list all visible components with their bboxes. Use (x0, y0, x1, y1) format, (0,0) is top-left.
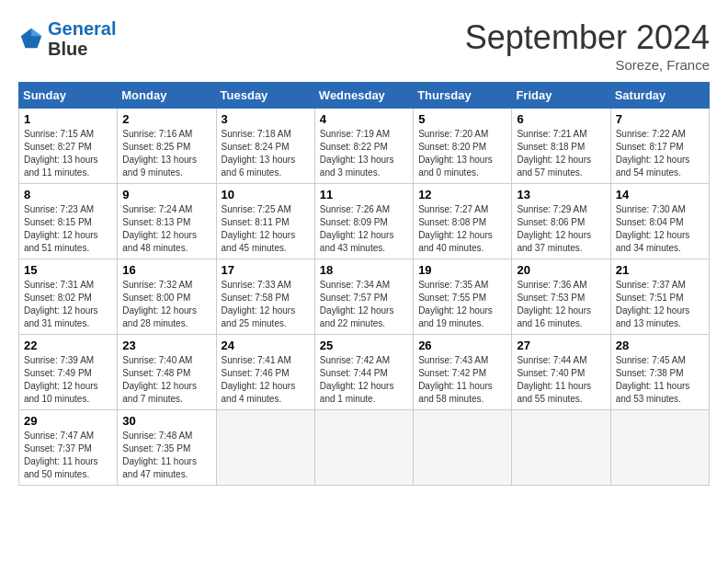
day-info: Sunrise: 7:21 AM Sunset: 8:18 PM Dayligh… (517, 128, 605, 179)
calendar-day-cell: 26 Sunrise: 7:43 AM Sunset: 7:42 PM Dayl… (414, 335, 512, 410)
svg-marker-1 (31, 29, 41, 36)
day-info: Sunrise: 7:47 AM Sunset: 7:37 PM Dayligh… (24, 430, 112, 481)
calendar-day-cell: 13 Sunrise: 7:29 AM Sunset: 8:06 PM Dayl… (512, 184, 610, 259)
day-number: 23 (122, 339, 210, 352)
col-monday: Monday (118, 83, 216, 109)
calendar-table: Sunday Monday Tuesday Wednesday Thursday… (18, 82, 710, 486)
day-info: Sunrise: 7:44 AM Sunset: 7:40 PM Dayligh… (517, 354, 605, 406)
calendar-day-cell: 16 Sunrise: 7:32 AM Sunset: 8:00 PM Dayl… (118, 259, 216, 335)
col-sunday: Sunday (19, 83, 118, 109)
calendar-week-row: 1 Sunrise: 7:15 AM Sunset: 8:27 PM Dayli… (19, 109, 710, 184)
calendar-day-cell: 17 Sunrise: 7:33 AM Sunset: 7:58 PM Dayl… (216, 259, 314, 335)
day-info: Sunrise: 7:29 AM Sunset: 8:06 PM Dayligh… (517, 203, 605, 255)
day-number: 3 (222, 112, 310, 126)
day-number: 17 (222, 263, 310, 277)
calendar-day-cell: 19 Sunrise: 7:35 AM Sunset: 7:55 PM Dayl… (414, 259, 512, 335)
calendar-day-cell: 10 Sunrise: 7:25 AM Sunset: 8:11 PM Dayl… (216, 184, 314, 259)
day-info: Sunrise: 7:42 AM Sunset: 7:44 PM Dayligh… (320, 354, 408, 406)
day-number: 19 (418, 263, 506, 277)
day-info: Sunrise: 7:15 AM Sunset: 8:27 PM Dayligh… (24, 128, 112, 179)
calendar-day-cell: 5 Sunrise: 7:20 AM Sunset: 8:20 PM Dayli… (414, 109, 512, 184)
calendar-day-cell: 14 Sunrise: 7:30 AM Sunset: 8:04 PM Dayl… (610, 184, 709, 259)
calendar-week-row: 15 Sunrise: 7:31 AM Sunset: 8:02 PM Dayl… (19, 259, 710, 335)
calendar-day-cell: 20 Sunrise: 7:36 AM Sunset: 7:53 PM Dayl… (512, 259, 610, 335)
day-number: 22 (24, 339, 112, 352)
day-number: 8 (24, 188, 112, 201)
calendar-week-row: 29 Sunrise: 7:47 AM Sunset: 7:37 PM Dayl… (19, 410, 710, 486)
logo-text: General Blue (48, 18, 116, 59)
calendar-day-cell: 4 Sunrise: 7:19 AM Sunset: 8:22 PM Dayli… (314, 109, 413, 184)
day-info: Sunrise: 7:26 AM Sunset: 8:09 PM Dayligh… (320, 203, 408, 255)
calendar-day-cell: 2 Sunrise: 7:16 AM Sunset: 8:25 PM Dayli… (118, 109, 216, 184)
calendar-day-cell (414, 410, 512, 486)
day-number: 15 (24, 263, 112, 277)
day-number: 10 (222, 188, 310, 201)
day-info: Sunrise: 7:23 AM Sunset: 8:15 PM Dayligh… (24, 203, 112, 255)
day-info: Sunrise: 7:32 AM Sunset: 8:00 PM Dayligh… (122, 279, 210, 330)
calendar-week-row: 8 Sunrise: 7:23 AM Sunset: 8:15 PM Dayli… (19, 184, 710, 259)
calendar-day-cell: 22 Sunrise: 7:39 AM Sunset: 7:49 PM Dayl… (19, 335, 118, 410)
day-info: Sunrise: 7:30 AM Sunset: 8:04 PM Dayligh… (616, 203, 704, 255)
calendar-day-cell (216, 410, 314, 486)
calendar-day-cell: 7 Sunrise: 7:22 AM Sunset: 8:17 PM Dayli… (610, 109, 709, 184)
day-info: Sunrise: 7:33 AM Sunset: 7:58 PM Dayligh… (222, 279, 310, 330)
day-number: 30 (122, 414, 210, 428)
calendar-day-cell: 3 Sunrise: 7:18 AM Sunset: 8:24 PM Dayli… (216, 109, 314, 184)
day-number: 24 (222, 339, 310, 352)
page-header: General Blue September 2024 Soreze, Fran… (18, 18, 710, 73)
calendar-day-cell (512, 410, 610, 486)
title-section: September 2024 Soreze, France (465, 18, 710, 73)
day-number: 2 (122, 112, 210, 126)
day-number: 9 (122, 188, 210, 201)
day-info: Sunrise: 7:39 AM Sunset: 7:49 PM Dayligh… (24, 354, 112, 406)
calendar-day-cell: 18 Sunrise: 7:34 AM Sunset: 7:57 PM Dayl… (314, 259, 413, 335)
calendar-day-cell: 15 Sunrise: 7:31 AM Sunset: 8:02 PM Dayl… (19, 259, 118, 335)
day-info: Sunrise: 7:22 AM Sunset: 8:17 PM Dayligh… (616, 128, 704, 179)
day-number: 28 (616, 339, 704, 352)
logo: General Blue (18, 18, 116, 59)
day-number: 6 (517, 112, 605, 126)
calendar-day-cell (314, 410, 413, 486)
day-number: 16 (122, 263, 210, 277)
month-title: September 2024 (465, 18, 710, 57)
day-info: Sunrise: 7:35 AM Sunset: 7:55 PM Dayligh… (418, 279, 506, 330)
day-number: 5 (418, 112, 506, 126)
day-number: 14 (616, 188, 704, 201)
calendar-day-cell: 9 Sunrise: 7:24 AM Sunset: 8:13 PM Dayli… (118, 184, 216, 259)
calendar-day-cell: 8 Sunrise: 7:23 AM Sunset: 8:15 PM Dayli… (19, 184, 118, 259)
day-info: Sunrise: 7:36 AM Sunset: 7:53 PM Dayligh… (517, 279, 605, 330)
calendar-day-cell: 24 Sunrise: 7:41 AM Sunset: 7:46 PM Dayl… (216, 335, 314, 410)
day-number: 1 (24, 112, 112, 126)
day-info: Sunrise: 7:41 AM Sunset: 7:46 PM Dayligh… (222, 354, 310, 406)
calendar-day-cell: 1 Sunrise: 7:15 AM Sunset: 8:27 PM Dayli… (19, 109, 118, 184)
day-number: 13 (517, 188, 605, 201)
day-number: 7 (616, 112, 704, 126)
calendar-day-cell: 11 Sunrise: 7:26 AM Sunset: 8:09 PM Dayl… (314, 184, 413, 259)
day-number: 21 (616, 263, 704, 277)
day-info: Sunrise: 7:45 AM Sunset: 7:38 PM Dayligh… (616, 354, 704, 406)
day-number: 20 (517, 263, 605, 277)
calendar-day-cell: 27 Sunrise: 7:44 AM Sunset: 7:40 PM Dayl… (512, 335, 610, 410)
day-info: Sunrise: 7:25 AM Sunset: 8:11 PM Dayligh… (222, 203, 310, 255)
col-wednesday: Wednesday (314, 83, 413, 109)
day-info: Sunrise: 7:16 AM Sunset: 8:25 PM Dayligh… (122, 128, 210, 179)
day-info: Sunrise: 7:37 AM Sunset: 7:51 PM Dayligh… (616, 279, 704, 330)
day-info: Sunrise: 7:24 AM Sunset: 8:13 PM Dayligh… (122, 203, 210, 255)
logo-icon (18, 26, 44, 52)
calendar-day-cell: 28 Sunrise: 7:45 AM Sunset: 7:38 PM Dayl… (610, 335, 709, 410)
day-number: 12 (418, 188, 506, 201)
day-number: 25 (320, 339, 408, 352)
calendar-day-cell: 30 Sunrise: 7:48 AM Sunset: 7:35 PM Dayl… (118, 410, 216, 486)
day-info: Sunrise: 7:19 AM Sunset: 8:22 PM Dayligh… (320, 128, 408, 179)
calendar-day-cell: 29 Sunrise: 7:47 AM Sunset: 7:37 PM Dayl… (19, 410, 118, 486)
day-info: Sunrise: 7:27 AM Sunset: 8:08 PM Dayligh… (418, 203, 506, 255)
calendar-day-cell: 25 Sunrise: 7:42 AM Sunset: 7:44 PM Dayl… (314, 335, 413, 410)
calendar-day-cell: 6 Sunrise: 7:21 AM Sunset: 8:18 PM Dayli… (512, 109, 610, 184)
day-info: Sunrise: 7:20 AM Sunset: 8:20 PM Dayligh… (418, 128, 506, 179)
calendar-week-row: 22 Sunrise: 7:39 AM Sunset: 7:49 PM Dayl… (19, 335, 710, 410)
calendar-day-cell: 12 Sunrise: 7:27 AM Sunset: 8:08 PM Dayl… (414, 184, 512, 259)
calendar-day-cell: 23 Sunrise: 7:40 AM Sunset: 7:48 PM Dayl… (118, 335, 216, 410)
day-number: 11 (320, 188, 408, 201)
col-tuesday: Tuesday (216, 83, 314, 109)
day-number: 27 (517, 339, 605, 352)
